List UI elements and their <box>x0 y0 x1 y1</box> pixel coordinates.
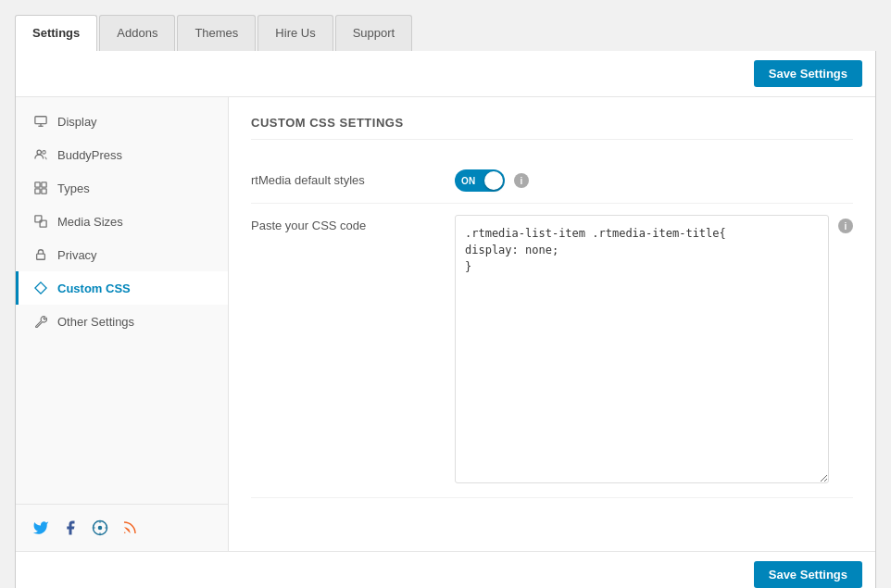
lock-icon <box>33 247 48 262</box>
wrench-icon <box>33 314 48 329</box>
svg-point-14 <box>98 526 103 531</box>
sidebar-nav: Display <box>16 105 228 338</box>
svg-rect-7 <box>35 189 40 194</box>
svg-rect-6 <box>42 182 46 187</box>
info-icon-css[interactable]: i <box>838 219 853 233</box>
control-css-code: .rtmedia-list-item .rtmedia-item-title{ … <box>455 215 853 486</box>
grid-icon <box>33 181 48 195</box>
toggle-thumb <box>484 171 503 190</box>
sidebar-label-buddypress: BuddyPress <box>57 148 122 162</box>
sidebar-label-media-sizes: Media Sizes <box>57 215 123 229</box>
wordpress-link[interactable] <box>90 518 110 538</box>
sidebar-item-privacy[interactable]: Privacy <box>16 238 228 271</box>
top-bar: Save Settings <box>16 51 875 97</box>
sidebar-item-custom-css[interactable]: Custom CSS <box>16 271 228 305</box>
save-settings-button-top[interactable]: Save Settings <box>754 60 862 87</box>
sidebar-label-other-settings: Other Settings <box>57 315 134 329</box>
sidebar-item-types[interactable]: Types <box>16 171 228 205</box>
monitor-icon <box>33 114 48 129</box>
main-panel: Save Settings <box>15 51 876 588</box>
svg-marker-12 <box>35 282 46 294</box>
settings-row-default-styles: rtMedia default styles ON i <box>251 158 853 204</box>
sidebar-label-types: Types <box>57 181 90 195</box>
sidebar-item-buddypress[interactable]: BuddyPress <box>16 138 228 171</box>
section-title: CUSTOM CSS SETTINGS <box>251 116 853 140</box>
css-textarea[interactable]: .rtmedia-list-item .rtmedia-item-title{ … <box>455 215 829 483</box>
facebook-link[interactable] <box>60 518 81 538</box>
sidebar-label-privacy: Privacy <box>57 248 97 262</box>
save-settings-button-bottom[interactable]: Save Settings <box>754 561 862 588</box>
tabs-bar: Settings Addons Themes Hire Us Support <box>15 15 876 51</box>
label-css-code: Paste your CSS code <box>251 215 455 232</box>
tab-addons[interactable]: Addons <box>99 15 175 51</box>
svg-rect-10 <box>40 220 46 227</box>
resize-icon <box>33 214 48 229</box>
sidebar-item-display[interactable]: Display <box>16 105 228 138</box>
svg-point-3 <box>37 150 41 154</box>
svg-rect-9 <box>35 216 42 222</box>
tab-hire-us[interactable]: Hire Us <box>257 15 333 51</box>
sidebar-label-custom-css: Custom CSS <box>57 281 131 295</box>
toggle-on-label: ON <box>461 176 476 186</box>
svg-rect-5 <box>35 182 40 187</box>
sidebar-item-other-settings[interactable]: Other Settings <box>16 305 228 338</box>
sidebar: Display <box>16 97 229 551</box>
users-icon <box>33 147 48 162</box>
svg-point-4 <box>43 151 46 155</box>
svg-rect-0 <box>35 117 46 124</box>
svg-point-15 <box>124 532 126 534</box>
control-default-styles: ON i <box>455 169 853 192</box>
label-default-styles: rtMedia default styles <box>251 169 455 187</box>
svg-rect-8 <box>42 189 46 194</box>
main-content: CUSTOM CSS SETTINGS rtMedia default styl… <box>229 97 875 551</box>
toggle-track: ON <box>455 169 505 192</box>
toggle-default-styles[interactable]: ON <box>455 169 505 192</box>
bottom-bar: Save Settings <box>16 551 875 588</box>
sidebar-item-media-sizes[interactable]: Media Sizes <box>16 205 228 238</box>
info-icon-default-styles[interactable]: i <box>514 173 529 188</box>
svg-rect-11 <box>37 254 45 259</box>
tab-settings[interactable]: Settings <box>15 15 97 51</box>
tab-themes[interactable]: Themes <box>177 15 256 51</box>
sidebar-footer <box>16 504 228 551</box>
twitter-link[interactable] <box>31 518 51 538</box>
sidebar-label-display: Display <box>57 115 97 129</box>
css-textarea-wrapper: .rtmedia-list-item .rtmedia-item-title{ … <box>455 215 829 486</box>
diamond-icon <box>33 281 48 295</box>
settings-row-css-code: Paste your CSS code .rtmedia-list-item .… <box>251 204 853 498</box>
tab-support[interactable]: Support <box>335 15 413 51</box>
rss-link[interactable] <box>119 518 140 538</box>
content-area: Display <box>16 97 875 551</box>
